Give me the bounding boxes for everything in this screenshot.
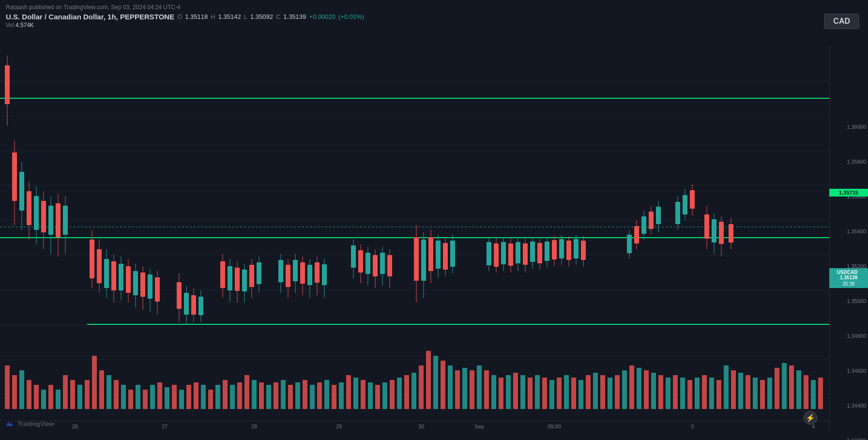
svg-rect-17 <box>27 380 31 409</box>
ticker-info: U.S. Dollar / Canadian Dollar, 1h, PEPPE… <box>6 13 862 21</box>
svg-rect-140 <box>48 206 53 235</box>
svg-rect-81 <box>491 375 496 409</box>
svg-rect-224 <box>487 242 491 265</box>
svg-rect-58 <box>324 380 329 409</box>
svg-rect-16 <box>19 370 24 409</box>
svg-rect-18 <box>34 385 39 409</box>
svg-rect-119 <box>767 378 772 409</box>
time-label-26: 26 <box>72 424 78 429</box>
svg-rect-117 <box>753 378 758 409</box>
svg-rect-116 <box>746 375 750 409</box>
svg-rect-88 <box>542 378 547 409</box>
svg-rect-91 <box>564 375 569 409</box>
svg-rect-220 <box>443 243 448 270</box>
svg-rect-130 <box>12 152 17 201</box>
svg-rect-136 <box>34 196 39 230</box>
svg-rect-55 <box>303 380 307 409</box>
svg-rect-182 <box>249 265 254 287</box>
svg-rect-122 <box>789 365 794 409</box>
svg-rect-77 <box>462 368 467 409</box>
chart-container: Rataash published on TradingView.com, Se… <box>0 0 868 440</box>
svg-rect-19 <box>41 390 46 409</box>
svg-rect-36 <box>165 387 169 409</box>
svg-rect-42 <box>208 390 213 409</box>
svg-rect-80 <box>484 370 489 409</box>
svg-rect-89 <box>549 380 554 409</box>
open-value: 1.35118 <box>185 13 208 20</box>
svg-rect-33 <box>143 390 148 409</box>
svg-rect-210 <box>387 255 392 276</box>
price-axis: 1.36000 1.35800 1.35600 1.35400 1.35200 … <box>829 46 868 430</box>
svg-rect-28 <box>107 375 111 409</box>
svg-rect-79 <box>477 365 482 409</box>
svg-rect-29 <box>114 380 119 409</box>
svg-rect-49 <box>259 382 264 409</box>
svg-rect-126 <box>818 378 823 409</box>
ticker-name: U.S. Dollar / Canadian Dollar, 1h, PEPPE… <box>6 13 174 21</box>
svg-rect-121 <box>782 363 787 409</box>
svg-rect-276 <box>5 419 15 428</box>
svg-rect-226 <box>494 243 499 267</box>
cad-button[interactable]: CAD <box>824 14 859 29</box>
svg-rect-85 <box>520 375 525 409</box>
svg-rect-260 <box>656 207 661 224</box>
svg-rect-40 <box>194 382 198 409</box>
chart-header: Rataash published on TradingView.com, Se… <box>0 0 868 46</box>
svg-rect-14 <box>5 365 10 409</box>
svg-rect-160 <box>140 273 145 297</box>
svg-rect-66 <box>382 382 387 409</box>
time-label-sep: Sep <box>474 424 484 429</box>
price-label-136000: 1.36000 <box>847 124 866 130</box>
svg-rect-162 <box>148 274 152 299</box>
svg-rect-244 <box>559 239 564 258</box>
svg-rect-21 <box>56 390 61 409</box>
svg-rect-27 <box>99 370 104 409</box>
svg-rect-176 <box>228 266 232 290</box>
svg-rect-208 <box>380 253 385 274</box>
svg-rect-72 <box>426 351 431 409</box>
lightning-symbol: ⚡ <box>806 413 815 423</box>
svg-rect-134 <box>27 191 31 225</box>
svg-rect-53 <box>288 385 293 409</box>
svg-rect-50 <box>266 385 271 409</box>
svg-rect-86 <box>528 378 533 409</box>
svg-rect-180 <box>242 270 247 291</box>
svg-rect-190 <box>293 260 298 281</box>
current-price-value: 1.35139 <box>840 275 857 280</box>
change-pct: (+0.01%) <box>338 13 364 20</box>
svg-rect-48 <box>252 380 257 409</box>
svg-rect-94 <box>586 375 591 409</box>
svg-rect-90 <box>557 378 562 409</box>
time-label-29: 29 <box>336 424 342 429</box>
publish-info: Rataash published on TradingView.com, Se… <box>6 4 862 11</box>
svg-rect-248 <box>574 239 579 258</box>
svg-rect-70 <box>411 373 416 409</box>
svg-rect-59 <box>332 385 336 409</box>
close-value: 1.35139 <box>283 13 306 20</box>
svg-rect-74 <box>441 361 445 409</box>
svg-rect-218 <box>436 241 441 269</box>
svg-rect-93 <box>579 380 583 409</box>
svg-rect-144 <box>63 206 68 235</box>
svg-rect-35 <box>157 382 162 409</box>
svg-rect-115 <box>738 373 743 409</box>
svg-rect-69 <box>404 375 409 409</box>
svg-rect-98 <box>615 375 620 409</box>
svg-rect-236 <box>530 242 535 262</box>
svg-rect-54 <box>295 382 300 409</box>
svg-rect-38 <box>179 390 184 409</box>
svg-rect-82 <box>499 378 503 409</box>
svg-rect-186 <box>278 260 283 282</box>
low-value: 1.35092 <box>250 13 273 20</box>
svg-rect-106 <box>673 375 678 409</box>
svg-rect-78 <box>470 370 474 409</box>
svg-rect-168 <box>184 293 189 315</box>
lightning-icon[interactable]: ⚡ <box>804 411 817 425</box>
svg-rect-114 <box>731 370 736 409</box>
svg-rect-95 <box>593 373 598 409</box>
svg-rect-272 <box>719 222 724 244</box>
tv-logo-icon <box>5 419 15 428</box>
svg-rect-158 <box>133 271 138 295</box>
svg-rect-138 <box>41 201 46 232</box>
price-label-134200: 1.34200 <box>847 438 866 440</box>
